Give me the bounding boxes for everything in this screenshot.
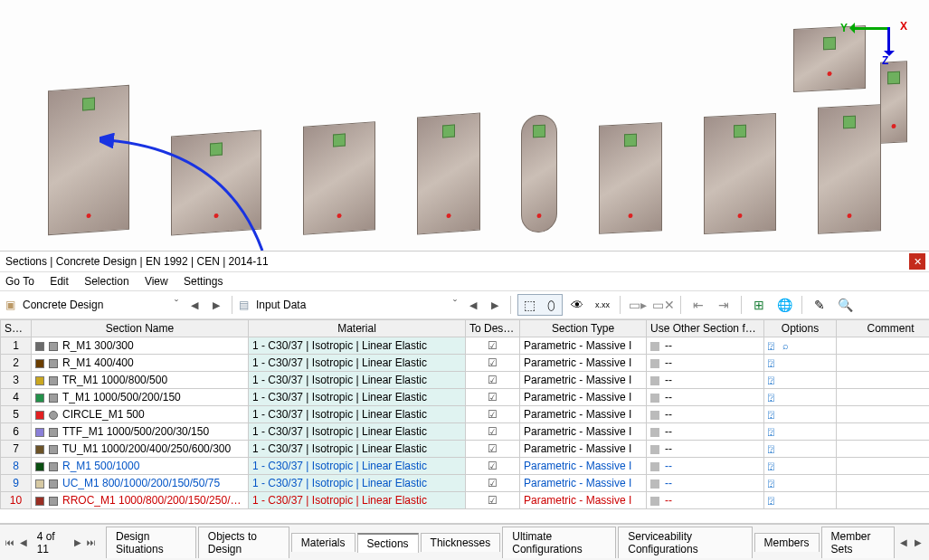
cell-options[interactable]: ⍰ xyxy=(764,441,837,458)
cell-comment[interactable] xyxy=(837,475,930,492)
table-row[interactable]: 3TR_M1 1000/800/5001 - C30/37 | Isotropi… xyxy=(1,372,930,389)
cell-section-name[interactable]: CIRCLE_M1 500 xyxy=(32,406,249,423)
cell-to-design[interactable]: ☑ xyxy=(466,475,520,492)
cell-comment[interactable] xyxy=(837,355,930,372)
menu-edit[interactable]: Edit xyxy=(50,275,69,288)
cell-section-type[interactable]: Parametric - Massive I xyxy=(520,337,647,355)
insert-row-button[interactable]: ▭▸ xyxy=(627,295,649,315)
col-comment[interactable]: Comment xyxy=(837,320,930,337)
cell-section-type[interactable]: Parametric - Massive I xyxy=(520,475,647,492)
cell-use-other[interactable]: -- xyxy=(647,406,764,423)
nav-last-button[interactable]: ⏭ xyxy=(86,535,98,551)
cell-use-other[interactable]: -- xyxy=(647,423,764,441)
cell-to-design[interactable]: ☑ xyxy=(466,423,520,441)
cell-section-name[interactable]: R_M1 400/400 xyxy=(32,355,249,372)
tabs-scroll-left[interactable]: ◀ xyxy=(896,535,911,551)
cell-to-design[interactable]: ☑ xyxy=(466,389,520,406)
nav-prev-button[interactable]: ◀ xyxy=(185,296,204,314)
cell-options[interactable]: ⍰ xyxy=(764,475,837,492)
col-sectype[interactable]: Section Type xyxy=(520,320,647,337)
tab-sections[interactable]: Sections xyxy=(357,533,419,553)
lasso-tool-button[interactable]: ⬯ xyxy=(540,295,562,315)
globe-icon[interactable]: 🌐 xyxy=(773,295,795,315)
tab-materials[interactable]: Materials xyxy=(291,533,355,552)
edit-icon[interactable]: ✎ xyxy=(809,295,830,315)
col-no[interactable]: Section No. xyxy=(1,320,32,337)
dropdown-design[interactable]: Concrete Design ˇ xyxy=(19,295,182,315)
cell-options[interactable]: ⍰ xyxy=(764,355,837,372)
cell-comment[interactable] xyxy=(837,406,930,423)
nav-next-button[interactable]: ▶ xyxy=(207,296,225,314)
table-row[interactable]: 4T_M1 1000/500/200/1501 - C30/37 | Isotr… xyxy=(1,389,930,406)
export-button[interactable]: ⇥ xyxy=(713,295,735,315)
table-row[interactable]: 7TU_M1 1000/200/400/250/600/3001 - C30/3… xyxy=(1,441,930,458)
col-todesign[interactable]: To Design xyxy=(466,320,520,337)
cell-section-type[interactable]: Parametric - Massive I xyxy=(520,355,647,372)
cell-material[interactable]: 1 - C30/37 | Isotropic | Linear Elastic xyxy=(249,492,466,509)
cell-options[interactable]: ⍰ xyxy=(764,492,837,509)
cell-comment[interactable] xyxy=(837,389,930,406)
tab-member-sets[interactable]: Member Sets xyxy=(821,527,896,558)
close-button[interactable]: ✕ xyxy=(909,253,925,270)
cell-to-design[interactable]: ☑ xyxy=(466,492,520,509)
col-options[interactable]: Options xyxy=(764,320,837,337)
cell-to-design[interactable]: ☑ xyxy=(466,406,520,423)
cell-material[interactable]: 1 - C30/37 | Isotropic | Linear Elastic xyxy=(249,406,466,423)
eye-icon[interactable]: 👁 xyxy=(566,295,588,315)
cell-section-type[interactable]: Parametric - Massive I xyxy=(520,492,647,509)
cell-section-name[interactable]: T_M1 1000/500/200/150 xyxy=(32,389,249,406)
cell-section-name[interactable]: TTF_M1 1000/500/200/30/150 xyxy=(32,423,249,441)
cell-comment[interactable] xyxy=(837,337,930,355)
tab-serviceability-configs[interactable]: Serviceability Configurations xyxy=(618,527,752,558)
cell-to-design[interactable]: ☑ xyxy=(466,458,520,475)
cell-section-type[interactable]: Parametric - Massive I xyxy=(520,441,647,458)
precision-icon[interactable]: x.xx xyxy=(592,295,613,315)
cell-material[interactable]: 1 - C30/37 | Isotropic | Linear Elastic xyxy=(249,337,466,355)
cell-comment[interactable] xyxy=(837,441,930,458)
nav-first-button[interactable]: ⏮ xyxy=(4,535,15,551)
cell-material[interactable]: 1 - C30/37 | Isotropic | Linear Elastic xyxy=(249,423,466,441)
cell-material[interactable]: 1 - C30/37 | Isotropic | Linear Elastic xyxy=(249,441,466,458)
cell-to-design[interactable]: ☑ xyxy=(466,355,520,372)
cell-section-name[interactable]: UC_M1 800/1000/200/150/50/75 xyxy=(32,475,249,492)
cell-comment[interactable] xyxy=(837,458,930,475)
menu-selection[interactable]: Selection xyxy=(84,275,128,288)
cell-section-name[interactable]: TR_M1 1000/800/500 xyxy=(32,372,249,389)
cell-use-other[interactable]: -- xyxy=(647,372,764,389)
table-row[interactable]: 5CIRCLE_M1 5001 - C30/37 | Isotropic | L… xyxy=(1,406,930,423)
cell-use-other[interactable]: -- xyxy=(647,475,764,492)
nav-prev-tab-button[interactable]: ◀ xyxy=(17,535,29,551)
cell-material[interactable]: 1 - C30/37 | Isotropic | Linear Elastic xyxy=(249,458,466,475)
cell-section-name[interactable]: TU_M1 1000/200/400/250/600/300 xyxy=(32,441,249,458)
cell-options[interactable]: ⍰ ⌕ xyxy=(764,337,837,355)
menu-settings[interactable]: Settings xyxy=(184,275,223,288)
table-row[interactable]: 10RROC_M1 1000/800/200/150/250/100…1 - C… xyxy=(1,492,930,509)
cell-section-name[interactable]: R_M1 500/1000 xyxy=(32,458,249,475)
col-material[interactable]: Material xyxy=(249,320,466,337)
table-row[interactable]: 6TTF_M1 1000/500/200/30/1501 - C30/37 | … xyxy=(1,423,930,441)
cell-use-other[interactable]: -- xyxy=(647,389,764,406)
cell-options[interactable]: ⍰ xyxy=(764,458,837,475)
cell-use-other[interactable]: -- xyxy=(647,337,764,355)
cell-use-other[interactable]: -- xyxy=(647,441,764,458)
col-name[interactable]: Section Name xyxy=(32,320,249,337)
cell-options[interactable]: ⍰ xyxy=(764,423,837,441)
sections-table[interactable]: Section No. Section Name Material To Des… xyxy=(0,319,929,524)
menu-view[interactable]: View xyxy=(145,275,168,288)
table-row[interactable]: 2R_M1 400/4001 - C30/37 | Isotropic | Li… xyxy=(1,355,930,372)
cell-section-type[interactable]: Parametric - Massive I xyxy=(520,372,647,389)
tab-thicknesses[interactable]: Thicknesses xyxy=(421,533,501,552)
cell-use-other[interactable]: -- xyxy=(647,492,764,509)
search-icon[interactable]: 🔍 xyxy=(834,295,856,315)
cell-to-design[interactable]: ☑ xyxy=(466,337,520,355)
tab-ultimate-configs[interactable]: Ultimate Configurations xyxy=(502,527,616,558)
cell-section-type[interactable]: Parametric - Massive I xyxy=(520,458,647,475)
cell-section-name[interactable]: R_M1 300/300 xyxy=(32,337,249,355)
model-viewport[interactable]: Y X Z xyxy=(0,0,929,252)
cell-use-other[interactable]: -- xyxy=(647,458,764,475)
delete-row-button[interactable]: ▭✕ xyxy=(652,295,674,315)
table-row[interactable]: 8R_M1 500/10001 - C30/37 | Isotropic | L… xyxy=(1,458,930,475)
tab-design-situations[interactable]: Design Situations xyxy=(106,527,196,558)
cell-options[interactable]: ⍰ xyxy=(764,389,837,406)
cell-to-design[interactable]: ☑ xyxy=(466,372,520,389)
